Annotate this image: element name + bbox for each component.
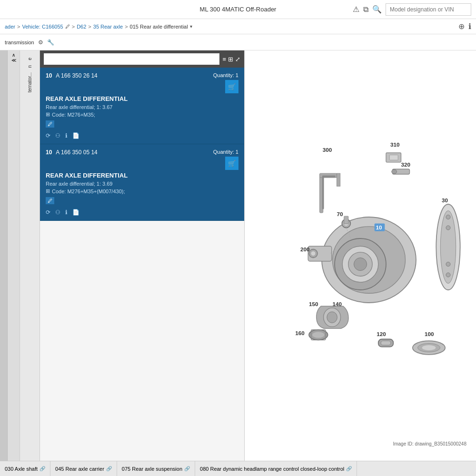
svg-text:300: 300: [323, 147, 332, 153]
svg-point-24: [446, 215, 450, 219]
search-icon[interactable]: 🔍: [372, 5, 382, 14]
svg-text:140: 140: [333, 301, 342, 307]
svg-point-26: [446, 262, 450, 267]
bottom-tab-075[interactable]: 075 Rear axle suspension 🔗: [117, 461, 195, 476]
part-2-number: A 166 350 05 14: [56, 149, 97, 156]
breadcrumb-root[interactable]: ader: [5, 24, 15, 30]
svg-point-31: [327, 312, 337, 323]
part-2-position: 10: [46, 149, 52, 156]
warning-icon[interactable]: ⚠: [353, 5, 359, 14]
part-number-row-2: 10 A 166 350 05 14: [46, 149, 98, 156]
zoom-icon[interactable]: ⊕: [458, 22, 465, 31]
part-1-title: REAR AXLE DIFFERENTIAL: [46, 95, 238, 102]
breadcrumb-current: 015 Rear axle differential: [130, 24, 188, 30]
left-collapse-panel: [0, 50, 8, 461]
main-layout: ∧ ≪ e n ternator... ≡ ⊞ ⤢ 10 A 166 350 2…: [0, 50, 476, 461]
svg-text:200: 200: [300, 246, 310, 252]
svg-point-18: [311, 251, 316, 256]
svg-text:160: 160: [295, 330, 305, 336]
vehicle-info-icon[interactable]: 🖉: [65, 24, 70, 29]
svg-point-39: [422, 345, 436, 350]
tab-045-link-icon: 🔗: [106, 466, 112, 471]
svg-point-6: [354, 258, 367, 271]
breadcrumb-vehicle[interactable]: Vehicle: C166055: [22, 24, 63, 30]
bottom-tab-080[interactable]: 080 Rear dynamic headlamp range control …: [195, 461, 357, 476]
tab-045-label: 045 Rear axle carrier: [55, 466, 104, 472]
svg-rect-21: [344, 216, 348, 224]
list-view-icon[interactable]: ≡: [222, 56, 226, 63]
part-1-info-icon[interactable]: ℹ: [65, 132, 68, 139]
svg-text:150: 150: [309, 301, 318, 307]
sidebar-nav-label-2[interactable]: n: [27, 65, 32, 68]
part-card-2-header: 10 A 166 350 05 14 Quantity: 1 🛒: [46, 149, 238, 170]
vehicle-title: ML 300 4MATIC Off-Roader: [200, 6, 277, 13]
svg-point-15: [392, 169, 397, 174]
part-2-cart-button[interactable]: 🛒: [225, 157, 238, 170]
breadcrumb-rear-axle[interactable]: 35 Rear axle: [93, 24, 123, 30]
toolbar-tab-label: transmission: [5, 40, 34, 45]
part-2-doc-icon[interactable]: 📄: [72, 209, 79, 216]
part-1-sync-icon[interactable]: ⟳: [46, 132, 50, 139]
part-2-link-icon[interactable]: ⚇: [55, 209, 60, 216]
part-number-row-1: 10 A 166 350 26 14: [46, 72, 98, 79]
part-2-quantity: Quantity: 1: [213, 149, 238, 155]
svg-text:30: 30: [442, 197, 448, 203]
header-right: ⚠ ⧉ 🔍: [353, 3, 471, 16]
parts-search-bar: ≡ ⊞ ⤢: [40, 50, 244, 68]
part-1-actions: ⟳ ⚇ ℹ 📄: [46, 132, 238, 139]
vin-search-input[interactable]: [386, 3, 471, 16]
tab-075-label: 075 Rear axle suspension: [122, 466, 182, 472]
part-2-sync-icon[interactable]: ⟳: [46, 209, 50, 216]
bottom-tab-045[interactable]: 045 Rear axle carrier 🔗: [50, 461, 117, 476]
part-card-1[interactable]: 10 A 166 350 26 14 Quantity: 1 🛒 REAR AX…: [40, 68, 244, 144]
part-2-actions: ⟳ ⚇ ℹ 📄: [46, 209, 238, 216]
svg-text:100: 100: [425, 331, 434, 337]
svg-text:70: 70: [337, 211, 344, 217]
tab-030-label: 030 Axle shaft: [5, 466, 38, 472]
tab-030-link-icon: 🔗: [40, 466, 45, 471]
part-1-number: A 166 350 26 14: [56, 72, 97, 79]
image-id-label: Image ID: drawing_B35015000248: [393, 441, 466, 446]
part-1-link-icon[interactable]: ⚇: [55, 132, 60, 139]
toolbar-icon-1[interactable]: ⚙: [38, 39, 43, 46]
part-2-flag: 🖉: [46, 197, 54, 204]
part-card-1-header: 10 A 166 350 26 14 Quantity: 1 🛒: [46, 72, 238, 93]
parts-search-input[interactable]: [44, 53, 219, 65]
diagram-svg: 300 310 320 200 70 10 30 150 140 160 120…: [245, 50, 476, 461]
collapse-arrow[interactable]: ∧: [12, 52, 15, 58]
svg-point-25: [446, 226, 450, 230]
part-1-quantity: Quantity: 1: [213, 72, 238, 78]
breadcrumb-right-icons: ⊕ ℹ: [458, 22, 471, 31]
grid-view-icon[interactable]: ⊞: [228, 56, 233, 63]
part-1-flag: 🖉: [46, 120, 54, 128]
info-icon[interactable]: ℹ: [468, 22, 471, 31]
svg-text:10: 10: [376, 224, 382, 230]
top-header: ML 300 4MATIC Off-Roader ⚠ ⧉ 🔍: [0, 0, 476, 19]
bottom-tabs: 030 Axle shaft 🔗 045 Rear axle carrier 🔗…: [0, 461, 476, 476]
sidebar-nav-label-3[interactable]: ternator...: [27, 72, 32, 92]
svg-text:120: 120: [377, 331, 386, 337]
part-1-doc-icon[interactable]: 📄: [72, 132, 79, 139]
breadcrumb-d62[interactable]: D62: [77, 24, 86, 30]
breadcrumb-dropdown-icon[interactable]: ▾: [190, 24, 192, 29]
part-2-info-icon[interactable]: ℹ: [65, 209, 68, 216]
sidebar-nav-label-1[interactable]: e: [27, 58, 32, 60]
expand-arrow[interactable]: ≪: [11, 58, 16, 63]
part-1-code: ⊞ Code: M276+M35;: [46, 111, 238, 118]
diagram-panel: 300 310 320 200 70 10 30 150 140 160 120…: [245, 50, 476, 461]
left-sidebar: e n ternator...: [20, 50, 40, 461]
expand-icon[interactable]: ⤢: [235, 56, 240, 63]
part-1-cart-button[interactable]: 🛒: [225, 80, 238, 93]
part-2-code: ⊞ Code: M276+M35+(M007/430);: [46, 188, 238, 194]
tab-080-label: 080 Rear dynamic headlamp range control …: [200, 466, 344, 472]
part-1-description: Rear axle differential; 1: 3.67: [46, 104, 238, 110]
part-card-2[interactable]: 10 A 166 350 05 14 Quantity: 1 🛒 REAR AX…: [40, 144, 244, 221]
toolbar-icon-2[interactable]: 🔧: [47, 39, 54, 46]
bottom-tab-030[interactable]: 030 Axle shaft 🔗: [0, 461, 50, 476]
copy-icon[interactable]: ⧉: [363, 5, 368, 14]
tab-075-link-icon: 🔗: [184, 466, 190, 471]
svg-rect-36: [381, 341, 391, 345]
part-2-description: Rear axle differential; 1: 3.69: [46, 181, 238, 187]
breadcrumb: ader > Vehicle: C166055 🖉 > D62 > 35 Rea…: [0, 19, 476, 34]
left-arrow-panel: ∧ ≪: [8, 50, 20, 461]
